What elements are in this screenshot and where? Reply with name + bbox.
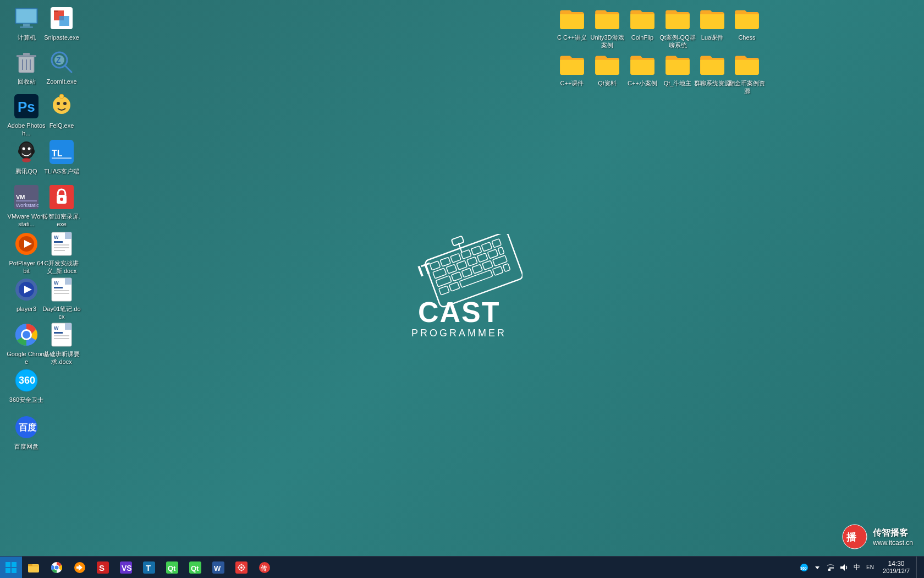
svg-rect-7 (54, 10, 58, 12)
tray-ime-icon[interactable]: 中 (851, 561, 863, 574)
explorer-icon (28, 561, 40, 574)
taskbar-chuanzhi[interactable]: 传 (254, 557, 276, 579)
svg-rect-96 (472, 264, 482, 274)
svg-rect-114 (12, 568, 16, 573)
folder-coinflip-icon (629, 5, 656, 31)
taskbar-wps[interactable]: S (92, 557, 114, 579)
cppcourse-label: C++课件 (560, 79, 584, 87)
svg-point-30 (22, 158, 31, 162)
svg-rect-6 (59, 16, 69, 26)
folder-goldcase-icon (734, 51, 760, 77)
svg-rect-70 (54, 335, 69, 336)
taskbar-explorer[interactable] (23, 557, 45, 579)
svg-text:PROGRAMMER: PROGRAMMER (411, 328, 507, 339)
svg-rect-92 (498, 247, 504, 255)
taskbar-qt1[interactable]: Qt (161, 557, 183, 579)
feiq-label: FeiQ.exe (50, 122, 74, 129)
desktop-icon-chess[interactable]: Chess (725, 3, 769, 43)
chuanzhi-tray-icon: 传 (258, 561, 271, 574)
taskbar-qt2[interactable]: Qt (184, 557, 206, 579)
svg-point-29 (31, 149, 35, 154)
svg-text:W: W (54, 280, 59, 286)
day01doc-label: Day01笔记.docx (42, 305, 81, 321)
day01doc-icon: W (48, 276, 75, 303)
360-icon: 360 (13, 367, 40, 394)
svg-rect-57 (65, 278, 72, 285)
taskbar-typora[interactable]: T (138, 557, 160, 579)
svg-rect-146 (828, 569, 831, 571)
svg-rect-36 (16, 200, 37, 201)
taskbar-items: S VS T Qt Qt (22, 557, 794, 579)
svg-text:VM: VM (16, 194, 25, 200)
flashget-icon (74, 561, 86, 574)
desktop-icon-jichuban[interactable]: W 基础班听课要求.docx (40, 319, 84, 368)
taskbar-word[interactable]: W (207, 557, 229, 579)
desktop-icon-day01doc[interactable]: W Day01笔记.docx (40, 274, 84, 323)
watermark-text-group: 传智播客 www.itcast.cn (873, 527, 913, 547)
svg-rect-99 (439, 286, 449, 295)
tray-360-icon[interactable]: 360 (798, 561, 810, 574)
start-button[interactable] (0, 557, 22, 579)
desktop-icon-zoomit[interactable]: Z ZoomIt.exe (40, 47, 84, 88)
svg-point-40 (60, 198, 63, 201)
photoshop-icon: Ps (13, 93, 40, 119)
svg-rect-116 (28, 564, 32, 566)
svg-rect-58 (54, 287, 63, 288)
tray-lang-icon[interactable]: EN (864, 561, 876, 574)
desktop-icon-cdoc[interactable]: W C开发实战讲义_新.docx (40, 228, 84, 277)
clock-area[interactable]: 14:30 2019/12/7 (878, 557, 914, 579)
desktop-icon-goldcase[interactable]: 翻金币案例资源 (725, 48, 769, 97)
coinflip-label: CoinFlip (631, 34, 653, 41)
svg-rect-89 (467, 257, 477, 266)
svg-text:Qt: Qt (191, 564, 199, 572)
svg-rect-82 (461, 250, 471, 259)
folder-qtdata-icon (594, 51, 620, 77)
qt2-icon: Qt (189, 561, 201, 574)
svg-text:W: W (54, 325, 59, 331)
desktop-icon-lockscreen[interactable]: 传智加密录屏.exe (40, 182, 84, 231)
svg-text:360: 360 (19, 375, 35, 386)
svg-rect-69 (54, 332, 63, 334)
svg-text:W: W (54, 235, 59, 240)
svg-point-28 (18, 149, 21, 154)
svg-text:传: 传 (260, 565, 267, 571)
desktop-icon-tlias[interactable]: TL TLIAS客户端 (40, 137, 84, 177)
baidu-label: 百度网盘 (14, 443, 38, 450)
svg-rect-95 (461, 268, 472, 277)
taskbar-xmind[interactable] (230, 557, 252, 579)
goldcase-label: 翻金币案例资源 (727, 79, 767, 95)
taskbar-chrome[interactable] (46, 557, 68, 579)
chrome-icon (13, 321, 40, 348)
folder-qtqq-icon (664, 5, 691, 31)
desktop-icon-360[interactable]: 360 360安全卫士 (4, 365, 48, 406)
clock-date: 2019/12/7 (883, 568, 910, 575)
svg-rect-1 (16, 9, 36, 23)
svg-rect-80 (440, 257, 450, 266)
desktop-icon-baidu[interactable]: 百度 百度网盘 (4, 412, 48, 452)
svg-text:Qt: Qt (168, 564, 176, 572)
windows-logo-icon (5, 561, 17, 574)
folder-qtdou-icon (664, 51, 691, 77)
qq-icon (13, 139, 40, 165)
zoomit-label: ZoomIt.exe (46, 78, 76, 85)
tray-volume-icon[interactable] (838, 561, 850, 574)
wps-icon: S (97, 561, 109, 574)
taskbar-vs[interactable]: VS (115, 557, 137, 579)
taskbar-flashget[interactable] (69, 557, 91, 579)
network-icon (826, 563, 835, 572)
itcast-logo-svg: CAST PROGRAMMER IT (402, 234, 522, 344)
show-desktop-button[interactable] (916, 557, 920, 579)
svg-text:T: T (146, 563, 151, 572)
taskbar-chrome-icon (51, 561, 63, 574)
svg-rect-2 (23, 24, 30, 26)
cppsmall-label: C++小案例 (628, 79, 657, 87)
baidu-icon: 百度 (13, 414, 40, 440)
svg-rect-47 (54, 241, 63, 243)
volume-icon (839, 563, 848, 572)
desktop-icon-snipaste[interactable]: Snipaste.exe (40, 3, 84, 43)
visualstudio-icon: VS (120, 561, 132, 574)
tray-network-icon[interactable] (824, 561, 837, 574)
svg-marker-148 (840, 564, 845, 571)
tray-expand-icon[interactable] (811, 561, 823, 574)
desktop-icon-feiq[interactable]: FeiQ.exe (40, 91, 84, 132)
